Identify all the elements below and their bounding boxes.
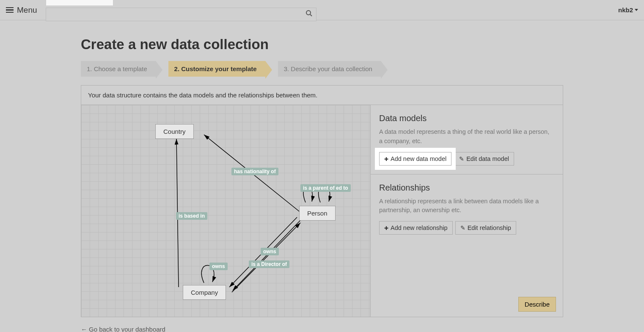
caret-down-icon [635, 9, 638, 11]
user-label: nkb2 [618, 6, 633, 14]
models-buttons: Add new data model Edit data model [379, 152, 554, 166]
rel-based[interactable]: is based in [176, 212, 207, 220]
step-2[interactable]: 2. Customize your template [168, 61, 265, 77]
relationships-buttons: Add new relationship Edit relationship [379, 221, 554, 235]
edit-data-model-button[interactable]: Edit data model [454, 152, 514, 166]
add-data-model-button[interactable]: Add new data model [379, 152, 451, 166]
back-label: Go back to your dashboard [89, 326, 165, 332]
models-title: Data models [379, 113, 554, 123]
rel-owns-self[interactable]: owns [209, 263, 228, 270]
search-wrap [46, 0, 316, 21]
hamburger-icon [6, 6, 14, 14]
plus-icon [384, 155, 388, 162]
template-panel: Your data structure contains the data mo… [81, 85, 563, 317]
edit-icon [460, 224, 465, 231]
edit-model-label: Edit data model [466, 155, 509, 162]
section-relationships: Relationships A relationship represents … [371, 174, 563, 243]
page-title: Create a new data collection [81, 36, 563, 53]
svg-point-0 [306, 11, 311, 15]
rel-parent[interactable]: is a parent of ed to [300, 184, 351, 192]
sidebar-footer: Describe [371, 292, 563, 317]
plus-icon [384, 224, 388, 231]
user-menu[interactable]: nkb2 [618, 6, 638, 14]
node-country[interactable]: Country [155, 124, 194, 139]
relationships-desc: A relationship represents a link between… [379, 197, 554, 216]
add-model-label: Add new data model [391, 155, 446, 162]
url-bar [46, 0, 113, 6]
edit-relationship-button[interactable]: Edit relationship [455, 221, 516, 235]
relationships-title: Relationships [379, 183, 554, 193]
svg-line-1 [310, 14, 312, 16]
rel-nationality[interactable]: has nationality of [231, 168, 278, 175]
main-container: Create a new data collection 1. Choose a… [81, 20, 563, 332]
topbar: Menu nkb2 [0, 0, 644, 20]
rel-director[interactable]: is a Director of [249, 260, 289, 268]
step-1[interactable]: 1. Choose a template [81, 61, 156, 77]
menu-label: Menu [17, 6, 37, 15]
menu-button[interactable]: Menu [6, 6, 37, 15]
panel-header: Your data structure contains the data mo… [81, 86, 563, 105]
panel-body: Country Person Company has nationality o… [81, 105, 563, 317]
edit-rel-label: Edit relationship [468, 224, 511, 231]
search-icon[interactable] [305, 10, 312, 18]
node-company[interactable]: Company [183, 285, 226, 300]
add-relationship-button[interactable]: Add new relationship [379, 221, 453, 235]
wizard-steps: 1. Choose a template 2. Customize your t… [81, 61, 563, 77]
describe-button[interactable]: Describe [518, 297, 556, 312]
models-desc: A data model represents a thing of the r… [379, 127, 554, 146]
rel-owns[interactable]: owns [261, 248, 279, 255]
svg-line-6 [232, 223, 300, 292]
node-person[interactable]: Person [299, 206, 336, 221]
sidebar: Data models A data model represents a th… [370, 105, 563, 317]
edit-icon [459, 155, 464, 162]
arrow-left-icon [81, 326, 87, 332]
add-rel-label: Add new relationship [391, 224, 448, 231]
search-input[interactable] [46, 8, 316, 21]
graph-area[interactable]: Country Person Company has nationality o… [81, 105, 370, 317]
section-data-models: Data models A data model represents a th… [371, 105, 563, 174]
step-3[interactable]: 3. Describe your data collection [278, 61, 381, 77]
back-link[interactable]: Go back to your dashboard [81, 326, 165, 332]
